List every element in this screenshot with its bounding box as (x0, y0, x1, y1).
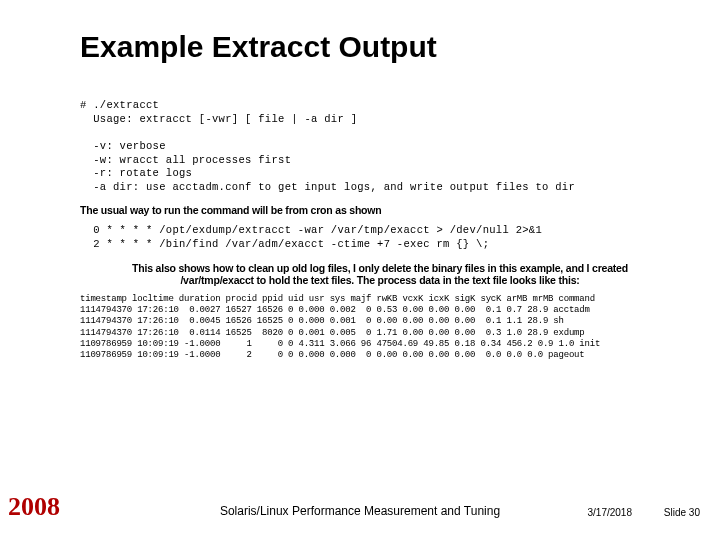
footer: 2008 Solaris/Linux Performance Measureme… (0, 498, 720, 524)
description-1: The usual way to run the command will be… (80, 204, 680, 216)
description-2: This also shows how to clean up old log … (80, 262, 680, 286)
cron-code-block: 0 * * * * /opt/exdump/extracct -war /var… (80, 224, 680, 251)
slide: Example Extracct Output # ./extracct Usa… (0, 0, 720, 540)
slide-title: Example Extracct Output (80, 30, 437, 64)
slide-body: # ./extracct Usage: extracct [-vwr] [ fi… (80, 99, 680, 361)
footer-slide-number: Slide 30 (664, 507, 700, 518)
usage-code-block: # ./extracct Usage: extracct [-vwr] [ fi… (80, 99, 680, 194)
process-data-table: timestamp locltime duration procid ppid … (80, 294, 680, 362)
footer-date: 3/17/2018 (588, 507, 633, 518)
